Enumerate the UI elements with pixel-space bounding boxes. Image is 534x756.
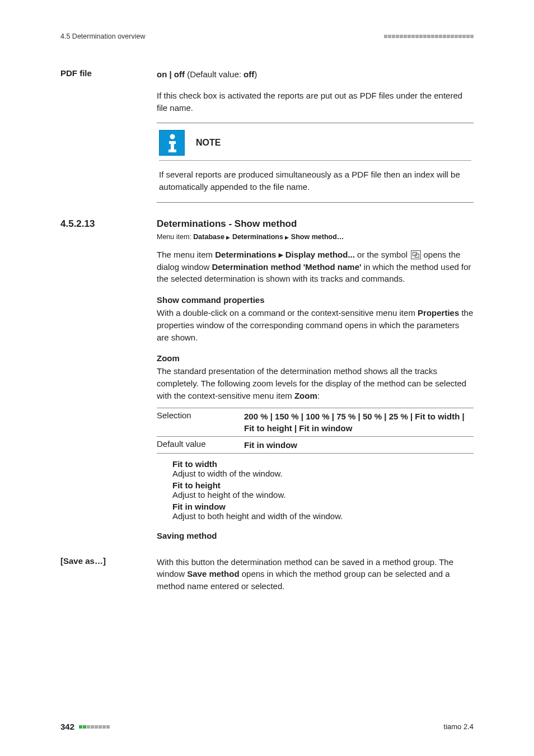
table-row: Selection 200 % | 150 % | 100 % | 75 % |…: [157, 408, 474, 437]
saving-method-heading: Saving method: [157, 531, 474, 540]
zoom-b1: Zoom: [294, 391, 317, 400]
zoom-t2: :: [317, 391, 320, 400]
footer-decoration: [79, 725, 110, 729]
def-desc: Adjust to height of the window.: [172, 490, 474, 500]
footer-product: tiamo 2.4: [444, 722, 474, 731]
table-row: Default value Fit in window: [157, 437, 474, 454]
info-icon: [159, 130, 185, 156]
triangle-icon: ▶: [226, 234, 230, 240]
saving-b1: Save method: [187, 569, 239, 578]
pdf-file-heading: PDF file: [60, 68, 153, 78]
menuitem-p1: Database: [193, 233, 224, 241]
triangle-icon: ▶: [285, 234, 289, 240]
header-decoration: [384, 35, 474, 38]
zoom-body: The standard presentation of the determi…: [157, 365, 474, 402]
show-cmd-heading: Show command properties: [157, 295, 474, 305]
tbl-default-label: Default value: [157, 439, 241, 451]
menuitem-p3: Show method…: [291, 233, 344, 241]
def-term: Fit in window: [172, 502, 474, 511]
menuitem-prefix: Menu item:: [157, 233, 193, 241]
def-term: Fit to height: [172, 480, 474, 490]
fit-definitions: Fit to width Adjust to width of the wind…: [172, 459, 474, 521]
section-number: 4.5.2.13: [60, 218, 157, 230]
zoom-table: Selection 200 % | 150 % | 100 % | 75 % |…: [157, 408, 474, 454]
onoff-default-prefix: (Default value:: [185, 69, 243, 79]
intro-t2: or the symbol: [355, 250, 410, 259]
show-method-icon: [411, 250, 421, 259]
showcmd-t1: With a double-click on a command or the …: [157, 308, 418, 318]
tbl-selection-value: 200 % | 150 % | 100 % | 75 % | 50 % | 25…: [241, 410, 474, 434]
section-intro: The menu item Determinations ▸ Display m…: [157, 249, 474, 285]
intro-b1: Determinations ▸ Display method...: [215, 250, 355, 259]
def-desc: Adjust to width of the window.: [172, 469, 474, 478]
show-cmd-body: With a double-click on a command or the …: [157, 307, 474, 343]
def-desc: Adjust to both height and width of the w…: [172, 511, 474, 521]
zoom-heading: Zoom: [157, 353, 474, 363]
def-term: Fit to width: [172, 459, 474, 469]
header-breadcrumb: 4.5 Determination overview: [60, 32, 145, 40]
menuitem-p2: Determinations: [232, 233, 283, 241]
page-number: 342: [60, 722, 74, 731]
pdf-body-text: If this check box is activated the repor…: [157, 90, 474, 114]
tbl-selection-label: Selection: [157, 410, 241, 434]
intro-t1: The menu item: [157, 250, 215, 259]
tbl-default-value: Fit in window: [241, 439, 474, 451]
onoff-values: on | off: [157, 69, 185, 79]
onoff-default-value: off: [243, 69, 254, 79]
note-label: NOTE: [196, 138, 221, 148]
intro-b2: Determination method 'Method name': [212, 262, 361, 272]
note-box: NOTE If several reports are produced sim…: [157, 123, 474, 203]
save-as-label: [Save as…]: [60, 556, 153, 566]
svg-rect-3: [168, 150, 176, 152]
showcmd-b1: Properties: [418, 308, 459, 318]
pdf-onoff-line: on | off (Default value: off): [157, 68, 474, 81]
section-title: Determinations - Show method: [157, 218, 297, 230]
saving-body: With this button the determination metho…: [157, 556, 474, 592]
note-body: If several reports are produced simultan…: [159, 169, 471, 193]
svg-point-0: [170, 134, 175, 139]
menu-item-path: Menu item: Database ▶ Determinations ▶ S…: [157, 233, 474, 241]
onoff-default-suffix: ): [254, 69, 257, 79]
